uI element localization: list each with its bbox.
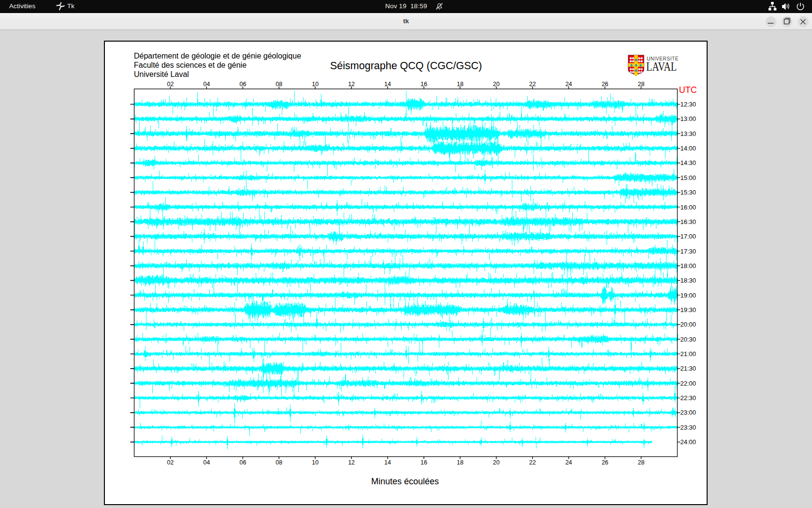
svg-text:02: 02 [167, 459, 174, 466]
svg-text:04: 04 [203, 459, 210, 466]
svg-text:22:00: 22:00 [681, 380, 696, 387]
svg-text:26: 26 [602, 81, 609, 88]
svg-text:18: 18 [457, 81, 464, 88]
svg-text:16:00: 16:00 [681, 204, 696, 211]
svg-text:06: 06 [239, 81, 246, 88]
svg-text:23:30: 23:30 [681, 424, 696, 431]
svg-text:28: 28 [638, 81, 645, 88]
svg-text:12: 12 [348, 459, 355, 466]
svg-text:24: 24 [566, 81, 572, 88]
svg-text:06: 06 [239, 459, 246, 466]
svg-text:02: 02 [167, 81, 174, 88]
svg-text:18: 18 [457, 459, 464, 466]
svg-text:15:30: 15:30 [681, 189, 696, 196]
svg-text:22:30: 22:30 [681, 394, 696, 402]
svg-text:12:30: 12:30 [681, 101, 696, 108]
svg-text:19:30: 19:30 [681, 306, 696, 314]
svg-text:12: 12 [348, 81, 355, 88]
svg-text:04: 04 [203, 81, 210, 88]
svg-text:UTC: UTC [679, 85, 697, 95]
svg-text:13:30: 13:30 [681, 130, 696, 137]
svg-text:14:30: 14:30 [681, 159, 696, 166]
svg-text:13:00: 13:00 [681, 115, 696, 122]
svg-text:23:00: 23:00 [681, 409, 696, 416]
svg-text:22: 22 [529, 459, 536, 466]
svg-text:18:00: 18:00 [681, 262, 696, 269]
svg-text:10: 10 [312, 459, 319, 466]
svg-text:17:00: 17:00 [681, 233, 696, 240]
svg-text:14:00: 14:00 [681, 145, 696, 152]
svg-text:22: 22 [529, 81, 536, 88]
svg-text:08: 08 [276, 81, 282, 88]
svg-text:17:30: 17:30 [681, 248, 696, 255]
svg-text:20: 20 [493, 459, 500, 466]
svg-text:16:30: 16:30 [681, 218, 696, 225]
svg-text:18:30: 18:30 [681, 277, 696, 284]
svg-text:08: 08 [276, 459, 282, 466]
svg-text:LAVAL: LAVAL [646, 60, 677, 73]
svg-text:14: 14 [384, 81, 391, 88]
svg-text:24:00: 24:00 [681, 438, 696, 446]
svg-text:19:00: 19:00 [681, 292, 696, 299]
svg-text:21:00: 21:00 [681, 350, 696, 358]
svg-text:14: 14 [384, 459, 391, 466]
svg-text:21:30: 21:30 [681, 365, 696, 372]
svg-text:28: 28 [638, 459, 645, 466]
svg-text:26: 26 [602, 459, 609, 466]
svg-text:20:30: 20:30 [681, 336, 696, 343]
svg-text:20:00: 20:00 [681, 321, 696, 328]
svg-text:15:00: 15:00 [681, 174, 696, 181]
svg-text:10: 10 [312, 81, 319, 88]
svg-text:16: 16 [420, 459, 427, 466]
svg-text:16: 16 [420, 81, 427, 88]
svg-text:24: 24 [566, 459, 572, 466]
svg-text:20: 20 [493, 81, 500, 88]
